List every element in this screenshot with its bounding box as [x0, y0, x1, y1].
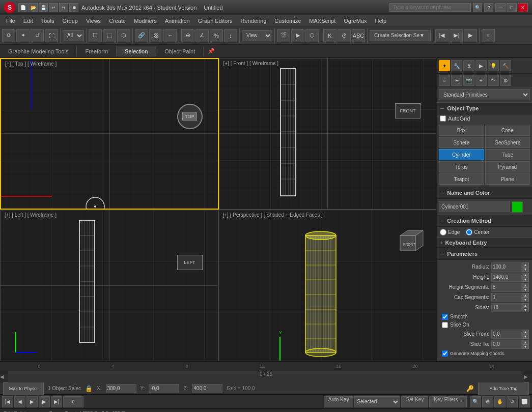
radius-down[interactable]: ▼	[522, 267, 529, 272]
plane-button[interactable]: Plane	[485, 173, 530, 185]
zoom-button[interactable]: 🔍	[470, 396, 481, 407]
go-start-button[interactable]: |◀	[2, 396, 13, 407]
view-dropdown[interactable]: View	[242, 30, 272, 41]
save-icon[interactable]: 💾	[39, 3, 48, 12]
menu-edit[interactable]: Edit	[19, 17, 37, 25]
prev-frame-button[interactable]: ◀	[14, 396, 25, 407]
modify-panel-icon[interactable]: 🔧	[451, 60, 462, 71]
render-setup[interactable]: 🎬	[277, 29, 290, 42]
create-panel-icon[interactable]: ✦	[439, 60, 450, 71]
setkey-button[interactable]: Set Key	[401, 396, 428, 407]
time-config[interactable]: ⏱	[338, 29, 351, 42]
edge-radio-label[interactable]: Edge	[440, 229, 460, 236]
percent-snap[interactable]: %	[210, 29, 223, 42]
menu-group[interactable]: Group	[58, 17, 82, 25]
search-input[interactable]	[389, 3, 471, 12]
menu-views[interactable]: Views	[82, 17, 105, 25]
link-btn[interactable]: 🔗	[135, 29, 148, 42]
height-segments-down[interactable]: ▼	[522, 287, 529, 292]
tab-graphite-modeling[interactable]: Graphite Modeling Tools	[0, 46, 77, 56]
geosphere-button[interactable]: GeoSphere	[485, 137, 530, 148]
panel-helpers-icon[interactable]: +	[475, 75, 487, 86]
slice-on-checkbox[interactable]	[442, 322, 448, 328]
angle-snap[interactable]: ∠	[195, 29, 209, 42]
next-frame-button[interactable]: ▶	[39, 396, 50, 407]
object-name-input[interactable]	[439, 201, 510, 212]
filter-dropdown[interactable]: All	[63, 30, 84, 41]
select-lasso-btn[interactable]: ⬡	[117, 29, 130, 42]
height-up[interactable]: ▲	[522, 273, 529, 277]
timeline-scroll-right[interactable]: ▶	[524, 374, 528, 379]
snap-toggle[interactable]: ⊕	[181, 29, 194, 42]
panel-shapes-icon[interactable]: ○	[439, 75, 450, 86]
cap-segments-up[interactable]: ▲	[522, 293, 529, 298]
y-coord-input[interactable]	[149, 384, 179, 393]
center-radio[interactable]	[466, 229, 472, 236]
select-object-btn[interactable]: ☐	[89, 29, 102, 42]
rotate-tool[interactable]: ↺	[31, 29, 44, 42]
search-icon[interactable]: 🔍	[473, 3, 482, 12]
add-time-tag-button[interactable]: Add Time Tag	[478, 382, 529, 395]
selected-dropdown[interactable]: Selected All	[354, 396, 400, 407]
hierarchy-panel-icon[interactable]: ⊻	[463, 60, 474, 71]
cap-segments-input[interactable]	[491, 293, 522, 302]
sides-up[interactable]: ▲	[522, 303, 529, 308]
slice-to-down[interactable]: ▼	[522, 344, 529, 349]
scale-tool[interactable]: ⛶	[45, 29, 58, 42]
go-end-button[interactable]: ▶|	[51, 396, 62, 407]
tab-object-paint[interactable]: Object Paint	[156, 46, 204, 56]
creation-method-section-header[interactable]: − Creation Method	[437, 215, 532, 227]
menu-file[interactable]: File	[2, 17, 19, 25]
render-frame[interactable]: ⬡	[305, 29, 319, 42]
create-selection-button[interactable]: Create Selection Se▼	[370, 30, 431, 41]
play-button[interactable]: ▶	[26, 396, 38, 407]
menu-create[interactable]: Create	[105, 17, 130, 25]
maximize-vp-button[interactable]: ⬜	[519, 396, 530, 407]
slice-to-input[interactable]	[491, 340, 522, 349]
viewport-left[interactable]: [+] [ Left ] [ Wireframe ]	[0, 210, 218, 361]
cylinder-button[interactable]: Cylinder	[439, 149, 484, 160]
move-tool[interactable]: ✦	[16, 29, 30, 42]
height-segments-input[interactable]	[491, 283, 522, 292]
panel-cameras-icon[interactable]: 📷	[463, 75, 474, 86]
viewport-top[interactable]: [+] [ Top ] [ Wireframe ]	[0, 58, 219, 210]
menu-tools[interactable]: Tools	[37, 17, 59, 25]
menu-help[interactable]: Help	[371, 17, 391, 25]
color-swatch[interactable]	[512, 201, 523, 213]
play-anim-btn[interactable]: ▶	[464, 29, 477, 42]
arc-rotate-button[interactable]: ↺	[507, 396, 518, 407]
physx-button[interactable]: Max to Physc.	[3, 382, 44, 395]
timeline-track[interactable]: 0 / 25	[8, 371, 524, 382]
select-region-btn[interactable]: ⬚	[103, 29, 116, 42]
open-icon[interactable]: 📂	[29, 3, 38, 12]
edge-radio[interactable]	[440, 229, 446, 236]
frame-input-toggle[interactable]: 0	[63, 396, 83, 407]
keyboard-entry-section-header[interactable]: + Keyboard Entry	[437, 238, 532, 248]
quick-render[interactable]: ▶	[291, 29, 304, 42]
close-button[interactable]: ✕	[518, 3, 528, 12]
tab-freeform[interactable]: Freeform	[77, 46, 117, 56]
viewport-perspective[interactable]: [+] [ Perspective ] [ Shaded + Edged Fac…	[218, 210, 437, 361]
sides-input[interactable]	[491, 303, 522, 312]
radius-up[interactable]: ▲	[522, 262, 529, 267]
menu-maxscript[interactable]: MAXScript	[305, 17, 340, 25]
keyfilters-button[interactable]: Key Filters...	[429, 396, 467, 407]
redo-icon[interactable]: ↪	[59, 3, 68, 12]
parameters-section-header[interactable]: − Parameters	[437, 248, 532, 260]
motion-panel-icon[interactable]: ▶	[475, 60, 487, 71]
autogrid-checkbox[interactable]	[440, 115, 446, 122]
bind-space-warp[interactable]: ~	[163, 29, 177, 42]
minimize-button[interactable]: —	[495, 3, 506, 12]
next-key-btn[interactable]: ▶|	[450, 29, 463, 42]
radius-input[interactable]	[491, 262, 522, 272]
slice-from-up[interactable]: ▲	[522, 330, 529, 334]
layer-mgr[interactable]: ≡	[482, 29, 495, 42]
z-coord-input[interactable]	[192, 384, 222, 393]
display-panel-icon[interactable]: 💡	[488, 60, 499, 71]
cone-button[interactable]: Cone	[485, 125, 530, 136]
height-segments-up[interactable]: ▲	[522, 283, 529, 287]
panel-lights-icon[interactable]: ☀	[451, 75, 462, 86]
prev-key-btn[interactable]: |◀	[435, 29, 449, 42]
history-icon[interactable]: ⏺	[69, 3, 78, 12]
x-coord-input[interactable]	[106, 384, 136, 393]
